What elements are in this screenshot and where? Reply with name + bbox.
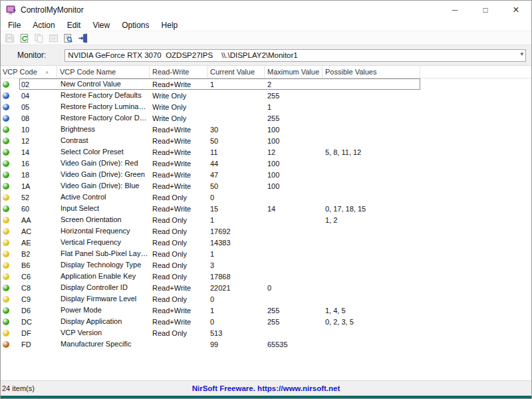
table-row[interactable]: C8 Display Controller ID Read+Write 2202… [1, 282, 420, 293]
table-row[interactable]: AE Vertical Frequency Read Only 14383 [1, 237, 420, 248]
table-row[interactable]: 08 Restore Factory Color Defaul... Write… [1, 112, 420, 124]
table-row[interactable]: 16 Video Gain (Drive): Red Read+Write 44… [1, 158, 420, 169]
column-header-read-write[interactable]: Read-Write [150, 66, 207, 78]
refresh-icon[interactable] [19, 33, 30, 44]
table-row[interactable]: 60 Input Select Read+Write 15 14 0, 17, … [1, 203, 420, 214]
green-status-dot-icon [3, 81, 9, 88]
read-write-cell: Write Only [150, 90, 207, 101]
vcp-code-cell: B2 [1, 248, 57, 259]
nirsoft-link[interactable]: NirSoft Freeware. https://www.nirsoft.ne… [1, 384, 531, 392]
read-write-cell: Read+Write [150, 180, 207, 192]
current-value-cell: 99 [207, 338, 265, 350]
read-write-cell: Read+Write [150, 158, 207, 169]
green-status-dot-icon [3, 126, 9, 133]
column-header-maximum-value[interactable]: Maximum Value [265, 66, 323, 78]
menu-help[interactable]: Help [156, 19, 184, 31]
menu-options[interactable]: Options [116, 19, 155, 31]
maximum-value-cell [265, 293, 323, 305]
save-icon[interactable] [4, 33, 15, 44]
green-status-dot-icon [3, 285, 9, 291]
table-row[interactable]: 1A Video Gain (Drive): Blue Read+Write 5… [1, 180, 420, 192]
vcp-code-cell: B6 [1, 259, 57, 271]
maximum-value-cell [265, 225, 323, 237]
table-row[interactable]: 02 New Control Value Read+Write 1 2 [1, 78, 420, 90]
table-row[interactable]: AA Screen Orientation Read Only 1 1, 2 [1, 214, 420, 225]
column-header-possible-values[interactable]: Possible Values [323, 66, 420, 78]
menu-view[interactable]: View [86, 19, 116, 31]
blue-status-dot-icon [3, 104, 9, 110]
maximum-value-cell [265, 259, 323, 271]
table-row[interactable]: B2 Flat Panel Sub-Pixel Layout Read Only… [1, 248, 420, 259]
table-row[interactable]: C9 Display Firmware Level Read Only 0 [1, 293, 420, 305]
table-row[interactable]: 18 Video Gain (Drive): Green Read+Write … [1, 169, 420, 180]
read-write-cell: Read+Write [150, 169, 207, 180]
read-write-cell: Read+Write [150, 124, 207, 135]
maximum-value-cell: 255 [265, 305, 323, 316]
green-status-dot-icon [3, 172, 9, 178]
vcp-name-cell: Restore Factory Defaults [57, 90, 150, 101]
table-row[interactable]: 52 Active Control Read Only 0 [1, 192, 420, 203]
table-row[interactable]: FD Manufacturer Specific 99 65535 [1, 338, 420, 350]
maximum-value-cell: 14 [265, 203, 323, 214]
menu-edit[interactable]: Edit [61, 19, 87, 31]
app-icon [6, 5, 17, 15]
column-header-vcp-code[interactable]: VCP Code ∧ [1, 66, 57, 78]
table-row[interactable]: AC Horizontal Frequency Read Only 17692 [1, 225, 420, 237]
table-row[interactable]: DC Display Application Read+Write 0 255 … [1, 316, 420, 327]
vcp-code-cell: 02 [1, 78, 57, 90]
column-header-current-value[interactable]: Current Value [207, 66, 265, 78]
possible-values-cell: 1, 2 [323, 214, 420, 225]
current-value-cell: 17868 [207, 271, 265, 282]
vcp-name-cell: Video Gain (Drive): Blue [57, 180, 150, 192]
current-value-cell: 30 [207, 124, 265, 135]
yellow-status-dot-icon [3, 262, 9, 269]
menu-file[interactable]: File [2, 19, 27, 31]
current-value-cell [207, 101, 265, 112]
exit-icon[interactable] [77, 33, 88, 44]
properties-dialog-icon[interactable] [63, 33, 74, 44]
table-header: VCP Code ∧ VCP Code Name Read-Write Curr… [1, 66, 531, 78]
minimize-button[interactable]: ─ [440, 1, 470, 19]
possible-values-cell: 5, 8, 11, 12 [323, 146, 420, 158]
current-value-cell: 15 [207, 203, 265, 214]
maximum-value-cell: 100 [265, 158, 323, 169]
table-row[interactable]: 12 Contrast Read+Write 50 100 [1, 135, 420, 146]
possible-values-cell [323, 293, 420, 305]
table-row[interactable]: DF VCP Version Read Only 513 [1, 327, 420, 338]
read-write-cell: Read+Write [150, 305, 207, 316]
menu-action[interactable]: Action [27, 19, 61, 31]
current-value-cell: 3 [207, 259, 265, 271]
vcp-code-cell: AC [1, 225, 57, 237]
table-row[interactable]: 14 Select Color Preset Read+Write 11 12 … [1, 146, 420, 158]
vcp-code-cell: 08 [1, 112, 57, 124]
table-row[interactable]: 10 Brightness Read+Write 30 100 [1, 124, 420, 135]
table-row[interactable]: 05 Restore Factory Luminance/ ... Write … [1, 101, 420, 112]
maximum-value-cell: 100 [265, 180, 323, 192]
copy-icon[interactable] [33, 33, 45, 44]
maximize-button[interactable]: □ [470, 1, 501, 19]
current-value-cell: 17692 [207, 225, 265, 237]
monitor-select[interactable]: NVIDIA GeForce RTX 3070 OZDSP27IPS \\.\D… [65, 49, 526, 62]
table-row[interactable]: 04 Restore Factory Defaults Write Only 2… [1, 90, 420, 101]
vcp-name-cell: Video Gain (Drive): Green [57, 169, 150, 180]
maximum-value-cell: 100 [265, 169, 323, 180]
read-write-cell: Read+Write [150, 203, 207, 214]
possible-values-cell [323, 169, 420, 180]
vcp-name-cell: Contrast [57, 135, 150, 146]
table-row[interactable]: C6 Application Enable Key Read Only 1786… [1, 271, 420, 282]
maximum-value-cell [265, 237, 323, 248]
close-button[interactable]: × [501, 1, 531, 19]
green-status-dot-icon [3, 149, 9, 156]
vcp-name-cell: Active Control [57, 192, 150, 203]
read-write-cell: Read Only [150, 192, 207, 203]
read-write-cell: Read+Write [150, 135, 207, 146]
current-value-cell [207, 112, 265, 124]
table-row[interactable]: B6 Display Technology Type Read Only 3 [1, 259, 420, 271]
table-row[interactable]: D6 Power Mode Read+Write 1 255 1, 4, 5 [1, 305, 420, 316]
column-header-vcp-code-name[interactable]: VCP Code Name [57, 66, 150, 78]
read-write-cell: Write Only [150, 101, 207, 112]
properties-icon[interactable] [48, 33, 59, 44]
vcp-code-cell: D6 [1, 305, 57, 316]
current-value-cell: 1 [207, 305, 265, 316]
maximum-value-cell: 65535 [265, 338, 323, 350]
